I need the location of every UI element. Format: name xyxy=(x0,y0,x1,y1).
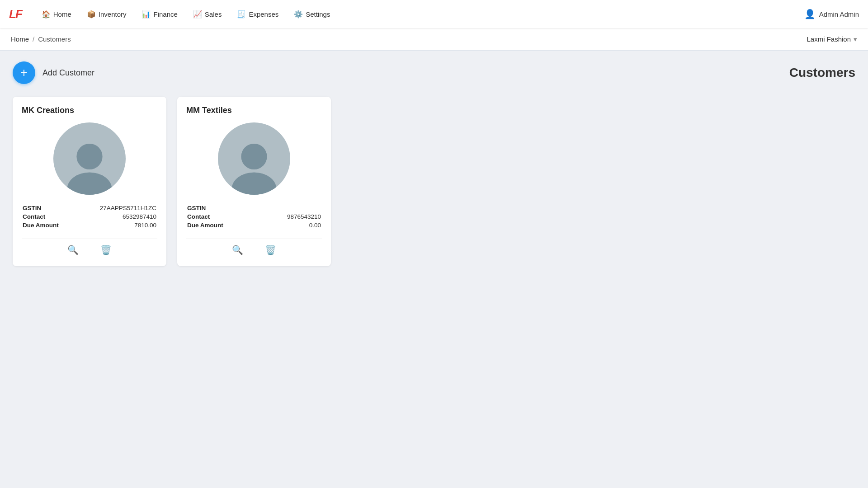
nav-sales[interactable]: 📈 Sales xyxy=(187,6,228,22)
gstin-label-0: GSTIN xyxy=(23,205,41,211)
avatar-wrap-0 xyxy=(22,122,157,195)
company-name: Laxmi Fashion xyxy=(807,35,851,43)
avatar-svg-0 xyxy=(60,136,119,195)
contact-label-0: Contact xyxy=(23,213,45,220)
gstin-row-1: GSTIN xyxy=(187,205,321,211)
avatar-1 xyxy=(218,122,290,195)
svg-point-3 xyxy=(232,173,277,195)
user-menu[interactable]: 👤 Admin Admin xyxy=(804,9,859,19)
breadcrumb-home[interactable]: Home xyxy=(11,35,29,43)
contact-value-1: 9876543210 xyxy=(287,213,321,220)
nav-home[interactable]: 🏠 Home xyxy=(35,6,78,22)
delete-button-1[interactable]: 🗑️ xyxy=(263,243,278,257)
due-label-1: Due Amount xyxy=(187,222,223,229)
svg-point-1 xyxy=(67,173,112,195)
breadcrumb: Home / Customers xyxy=(11,35,71,43)
app-logo[interactable]: LF xyxy=(9,7,22,21)
avatar-0 xyxy=(53,122,126,195)
main-content: + Add Customer Customers MK Creations GS… xyxy=(0,51,868,277)
customer-name-1: MM Textiles xyxy=(186,106,322,115)
company-selector[interactable]: Laxmi Fashion ▾ xyxy=(807,35,857,43)
avatar-svg-1 xyxy=(225,136,283,195)
gstin-value-0: 27AAPPS5711H1ZC xyxy=(100,205,156,211)
nav-home-label: Home xyxy=(53,10,71,18)
nav-sales-label: Sales xyxy=(205,10,222,18)
settings-icon: ⚙️ xyxy=(294,10,303,19)
nav-finance-label: Finance xyxy=(153,10,177,18)
contact-label-1: Contact xyxy=(187,213,210,220)
nav-settings-label: Settings xyxy=(306,10,330,18)
finance-icon: 📊 xyxy=(142,10,151,19)
expenses-icon: 🧾 xyxy=(237,10,246,19)
due-row-1: Due Amount 0.00 xyxy=(187,222,321,229)
add-customer-label: Add Customer xyxy=(42,68,94,78)
delete-button-0[interactable]: 🗑️ xyxy=(99,243,113,257)
nav-expenses-label: Expenses xyxy=(249,10,278,18)
breadcrumb-bar: Home / Customers Laxmi Fashion ▾ xyxy=(0,28,868,51)
chevron-down-icon: ▾ xyxy=(854,35,857,43)
customers-grid: MK Creations GSTIN 27AAPPS5711H1ZC Conta… xyxy=(13,97,855,266)
contact-value-0: 6532987410 xyxy=(123,213,156,220)
card-info-1: GSTIN Contact 9876543210 Due Amount 0.00 xyxy=(186,204,322,231)
due-value-1: 0.00 xyxy=(309,222,321,229)
contact-row-1: Contact 9876543210 xyxy=(187,213,321,220)
search-button-0[interactable]: 🔍 xyxy=(66,243,80,257)
due-value-0: 7810.00 xyxy=(134,222,156,229)
sales-icon: 📈 xyxy=(193,10,202,19)
customer-card-0: MK Creations GSTIN 27AAPPS5711H1ZC Conta… xyxy=(13,97,166,266)
due-label-0: Due Amount xyxy=(23,222,59,229)
card-info-0: GSTIN 27AAPPS5711H1ZC Contact 6532987410… xyxy=(22,204,157,231)
customer-card-1: MM Textiles GSTIN Contact 9876543210 xyxy=(177,97,331,266)
svg-point-0 xyxy=(76,144,102,169)
breadcrumb-separator: / xyxy=(33,35,34,43)
breadcrumb-current: Customers xyxy=(38,35,71,43)
nav-expenses[interactable]: 🧾 Expenses xyxy=(231,6,285,22)
user-name: Admin Admin xyxy=(819,10,859,18)
card-actions-1: 🔍 🗑️ xyxy=(186,239,322,257)
nav-settings[interactable]: ⚙️ Settings xyxy=(288,6,336,22)
gstin-row-0: GSTIN 27AAPPS5711H1ZC xyxy=(23,205,156,211)
search-button-1[interactable]: 🔍 xyxy=(230,243,245,257)
nav-inventory-label: Inventory xyxy=(99,10,127,18)
card-actions-0: 🔍 🗑️ xyxy=(22,239,157,257)
home-icon: 🏠 xyxy=(42,10,51,19)
avatar-wrap-1 xyxy=(186,122,322,195)
add-customer-section: + Add Customer xyxy=(13,61,94,84)
nav-finance[interactable]: 📊 Finance xyxy=(135,6,184,22)
inventory-icon: 📦 xyxy=(87,10,96,19)
user-avatar-icon: 👤 xyxy=(804,9,816,19)
customer-name-0: MK Creations xyxy=(22,106,157,115)
gstin-label-1: GSTIN xyxy=(187,205,206,211)
nav-inventory[interactable]: 📦 Inventory xyxy=(80,6,133,22)
svg-point-2 xyxy=(241,144,267,169)
contact-row-0: Contact 6532987410 xyxy=(23,213,156,220)
page-header: + Add Customer Customers xyxy=(13,61,855,84)
navbar: LF 🏠 Home 📦 Inventory 📊 Finance 📈 Sales … xyxy=(0,0,868,28)
due-row-0: Due Amount 7810.00 xyxy=(23,222,156,229)
nav-items: 🏠 Home 📦 Inventory 📊 Finance 📈 Sales 🧾 E… xyxy=(35,6,804,22)
page-title: Customers xyxy=(789,66,855,80)
add-customer-button[interactable]: + xyxy=(13,61,35,84)
